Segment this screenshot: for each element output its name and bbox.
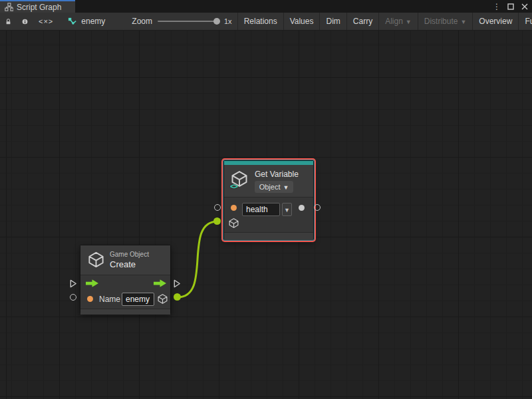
code-view-button[interactable]: <×>: [33, 13, 59, 30]
tab-script-graph[interactable]: Script Graph: [0, 0, 75, 13]
titlebar: Script Graph ⋮: [0, 0, 532, 13]
name-field[interactable]: enemy: [122, 293, 154, 306]
code-icon: <×>: [39, 17, 53, 25]
port-object-output-cube-icon[interactable]: [157, 293, 168, 305]
chevron-down-icon: ▼: [283, 185, 289, 191]
zoom-slider[interactable]: [158, 21, 219, 22]
connection-wire[interactable]: [178, 221, 217, 297]
get-variable-left-port-ring[interactable]: [214, 204, 221, 211]
node-game-object-create[interactable]: Game Object Create Name enemy: [80, 245, 171, 314]
relations-button[interactable]: Relations: [238, 13, 283, 30]
node-get-variable[interactable]: <> Get Variable Object ▼ health ▼: [223, 160, 314, 240]
graph-icon: [68, 17, 77, 26]
dim-button[interactable]: Dim: [320, 13, 346, 30]
node-flow-row: [80, 275, 170, 291]
variable-name-dropdown[interactable]: ▼: [282, 203, 292, 216]
flow-in-arrow-icon[interactable]: [86, 279, 98, 287]
name-label: Name: [99, 295, 120, 304]
node-footer: [224, 232, 313, 240]
cube-icon: [87, 251, 105, 269]
chevron-down-icon: ▼: [406, 19, 412, 25]
graph-toolbar: <×> enemy Zoom 1x Relations Values Dim: [0, 13, 532, 31]
align-button[interactable]: Align ▼: [379, 13, 418, 30]
zoom-label: Zoom: [132, 17, 152, 26]
node-header: Game Object Create: [80, 245, 170, 275]
zoom-control: Zoom 1x: [113, 13, 237, 30]
graph-reference-button[interactable]: enemy: [59, 13, 113, 30]
node-body: health ▼: [224, 198, 313, 232]
overview-button[interactable]: Overview: [473, 13, 518, 30]
distribute-button[interactable]: Distribute ▼: [418, 13, 473, 30]
flow-in-port-triangle[interactable]: [69, 279, 77, 288]
node-title: Create: [110, 259, 136, 269]
script-graph-window: Script Graph ⋮: [0, 0, 532, 399]
port-value-output[interactable]: [299, 205, 305, 211]
node-name-row: Name enemy: [80, 291, 170, 309]
flow-out-arrow-icon[interactable]: [154, 279, 166, 287]
window-menu-icon[interactable]: ⋮: [492, 2, 501, 11]
node-header: <> Get Variable Object ▼: [224, 165, 313, 197]
port-name-input[interactable]: [87, 296, 93, 302]
port-value-input[interactable]: [231, 205, 237, 211]
lock-button[interactable]: [0, 13, 17, 30]
chevron-down-icon: ▼: [460, 19, 466, 25]
wire-endpoint-dot[interactable]: [213, 217, 221, 225]
carry-button[interactable]: Carry: [347, 13, 378, 30]
chevron-down-icon: ▼: [284, 207, 290, 213]
graph-canvas[interactable]: <> Get Variable Object ▼ health ▼: [0, 31, 532, 399]
name-input-port-ring[interactable]: [70, 294, 76, 301]
node-footer: [80, 309, 170, 315]
close-icon[interactable]: [520, 2, 529, 11]
variable-name-field[interactable]: health: [242, 203, 280, 216]
info-button[interactable]: [17, 13, 33, 30]
node-supertitle: Game Object: [110, 251, 149, 258]
full-screen-button[interactable]: Full Screen: [519, 13, 532, 30]
flow-out-port-triangle[interactable]: [173, 279, 181, 288]
hierarchy-icon: [5, 3, 13, 11]
info-icon: [22, 17, 28, 26]
lock-icon: [5, 17, 11, 26]
node-title: Get Variable: [255, 170, 299, 179]
values-button[interactable]: Values: [284, 13, 320, 30]
zoom-value: 1x: [224, 17, 232, 25]
tab-title: Script Graph: [17, 3, 61, 12]
variable-scope-dropdown[interactable]: Object ▼: [255, 181, 293, 193]
toolbar-right-group: Relations Values Dim Carry Align ▼ Distr…: [237, 13, 532, 30]
get-variable-right-port-ring[interactable]: [314, 204, 321, 211]
wire-start-dot[interactable]: [174, 293, 181, 301]
maximize-icon[interactable]: [506, 2, 515, 11]
code-brackets-icon: <>: [230, 182, 237, 190]
port-object-cube-icon[interactable]: [228, 217, 239, 229]
graph-name-label: enemy: [81, 17, 105, 26]
window-controls: ⋮: [492, 0, 529, 13]
zoom-slider-handle[interactable]: [213, 18, 220, 25]
tab-active-accent: [0, 0, 75, 1]
